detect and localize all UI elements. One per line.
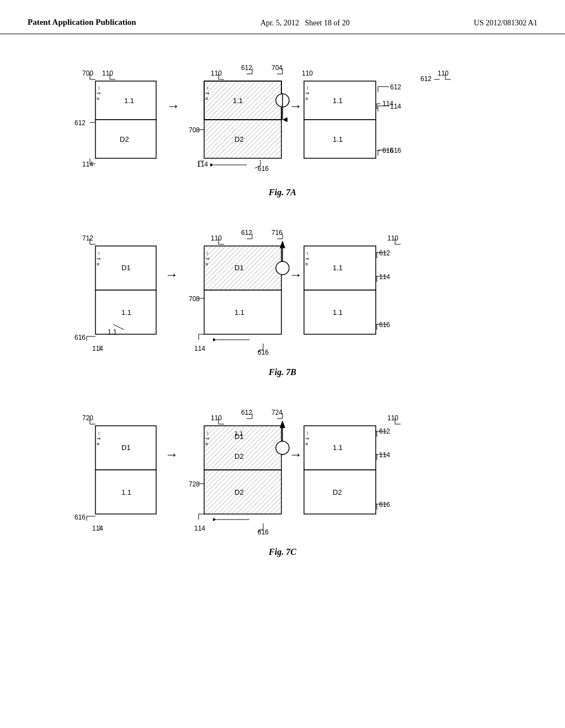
fig7a-svg: 700 110 ↕ ⇒ ≡ 1.1 D2 612 — [42, 51, 523, 183]
svg-text:≡: ≡ — [205, 441, 208, 447]
svg-text:110: 110 — [302, 69, 313, 77]
fig7c-svg: 720 ↕ ⇒ ≡ D1 1.1 616 114 → — [42, 394, 523, 543]
fig7b-svg: 712 ↕ ⇒ ≡ D1 1.1 1.1 616 11 — [42, 214, 523, 363]
svg-text:114: 114 — [92, 345, 103, 352]
header-center: Apr. 5, 2012 Sheet 18 of 20 — [260, 17, 350, 28]
svg-text:728: 728 — [189, 480, 200, 488]
svg-text:616: 616 — [74, 334, 86, 341]
svg-text:612: 612 — [420, 75, 431, 83]
fig7a-row: 700 110 ↕ ⇒ ≡ 1.1 D2 612 — [33, 51, 532, 183]
svg-text:⇒: ⇒ — [97, 436, 101, 441]
svg-marker-111 — [280, 240, 285, 248]
svg-text:612: 612 — [241, 229, 252, 237]
svg-text:D2: D2 — [234, 488, 244, 496]
fig7c-label: Fig. 7C — [33, 547, 532, 557]
svg-text:1.1: 1.1 — [333, 443, 343, 452]
svg-text:110: 110 — [387, 234, 398, 242]
svg-text:↕: ↕ — [206, 85, 209, 90]
svg-marker-180 — [280, 420, 285, 428]
svg-text:↕: ↕ — [206, 430, 209, 436]
svg-text:⇒: ⇒ — [305, 90, 310, 96]
svg-text:612: 612 — [241, 64, 252, 72]
svg-text:↕: ↕ — [98, 430, 100, 436]
figure-7a: 700 110 ↕ ⇒ ≡ 1.1 D2 612 — [33, 51, 532, 197]
svg-text:114: 114 — [379, 273, 390, 281]
fig7c-row: 720 ↕ ⇒ ≡ D1 1.1 616 114 → — [33, 394, 532, 543]
svg-text:D1: D1 — [121, 443, 131, 452]
svg-text:1.1: 1.1 — [234, 430, 243, 437]
svg-text:708: 708 — [189, 295, 200, 303]
svg-text:616: 616 — [390, 147, 401, 154]
fig7b-label: Fig. 7B — [33, 367, 532, 377]
svg-text:724: 724 — [271, 409, 282, 416]
svg-text:1.1: 1.1 — [121, 308, 131, 317]
svg-text:616: 616 — [74, 513, 86, 521]
svg-point-109 — [276, 261, 289, 275]
svg-text:→: → — [289, 447, 302, 462]
svg-text:716: 716 — [271, 229, 282, 237]
svg-text:≡: ≡ — [205, 261, 208, 267]
svg-text:110: 110 — [211, 69, 222, 77]
header-left: Patent Application Publication — [28, 17, 136, 28]
svg-text:712: 712 — [82, 234, 93, 242]
svg-text:1.1: 1.1 — [333, 308, 343, 317]
svg-text:D2: D2 — [234, 135, 244, 143]
svg-text:1.1: 1.1 — [333, 264, 343, 272]
svg-text:D2: D2 — [120, 135, 129, 143]
svg-text:D2: D2 — [234, 452, 244, 461]
svg-text:1.1: 1.1 — [333, 97, 343, 105]
svg-text:≡: ≡ — [97, 441, 99, 447]
svg-text:⇒: ⇒ — [205, 90, 210, 96]
fig7a-label: Fig. 7A — [33, 188, 532, 197]
svg-text:114: 114 — [390, 103, 401, 110]
svg-text:↕: ↕ — [306, 85, 309, 90]
svg-text:⇒: ⇒ — [97, 256, 101, 261]
svg-text:1.1: 1.1 — [124, 97, 134, 105]
svg-text:1.1: 1.1 — [233, 97, 243, 105]
svg-text:≡: ≡ — [305, 441, 308, 447]
svg-text:114: 114 — [92, 524, 103, 532]
svg-text:1.1: 1.1 — [234, 308, 244, 317]
svg-text:114: 114 — [379, 451, 390, 459]
svg-text:→: → — [289, 267, 302, 282]
svg-text:↕: ↕ — [306, 430, 309, 436]
svg-text:612: 612 — [379, 249, 390, 257]
fig7b-row: 712 ↕ ⇒ ≡ D1 1.1 1.1 616 11 — [33, 214, 532, 363]
svg-text:⇒: ⇒ — [305, 436, 310, 441]
svg-text:616: 616 — [258, 528, 269, 536]
svg-text:110: 110 — [211, 234, 222, 242]
header-right: US 2012/081302 A1 — [474, 17, 537, 28]
svg-text:110: 110 — [387, 414, 398, 422]
svg-text:⇒: ⇒ — [97, 90, 101, 96]
svg-text:↕: ↕ — [206, 250, 209, 256]
svg-text:→: → — [165, 447, 178, 462]
svg-text:D2: D2 — [333, 488, 342, 496]
svg-text:↕: ↕ — [98, 85, 100, 90]
svg-point-178 — [276, 441, 289, 454]
svg-text:708: 708 — [189, 126, 200, 134]
svg-text:700: 700 — [82, 69, 93, 77]
svg-text:114: 114 — [82, 160, 93, 168]
figure-7c: 720 ↕ ⇒ ≡ D1 1.1 616 114 → — [33, 394, 532, 557]
svg-text:≡: ≡ — [97, 96, 99, 101]
svg-text:↕: ↕ — [306, 250, 309, 256]
svg-text:→: → — [165, 267, 178, 282]
svg-text:720: 720 — [82, 414, 93, 422]
header-sheet: Sheet 18 of 20 — [305, 19, 349, 27]
svg-text:≡: ≡ — [305, 96, 308, 101]
svg-text:114: 114 — [194, 524, 205, 532]
figure-7b: 712 ↕ ⇒ ≡ D1 1.1 1.1 616 11 — [33, 214, 532, 377]
svg-text:⇒: ⇒ — [205, 256, 210, 261]
svg-text:612: 612 — [390, 83, 401, 91]
svg-text:→: → — [167, 98, 180, 113]
svg-text:612: 612 — [241, 409, 252, 416]
svg-text:↕: ↕ — [98, 250, 100, 256]
main-content: 700 110 ↕ ⇒ ≡ 1.1 D2 612 — [0, 40, 565, 585]
svg-text:110: 110 — [102, 69, 113, 77]
svg-text:1.1: 1.1 — [108, 328, 117, 336]
header-date: Apr. 5, 2012 — [260, 19, 299, 27]
svg-text:D1: D1 — [121, 264, 131, 272]
svg-text:110: 110 — [438, 69, 449, 77]
svg-text:704: 704 — [271, 64, 282, 72]
svg-text:1.1: 1.1 — [121, 488, 131, 496]
